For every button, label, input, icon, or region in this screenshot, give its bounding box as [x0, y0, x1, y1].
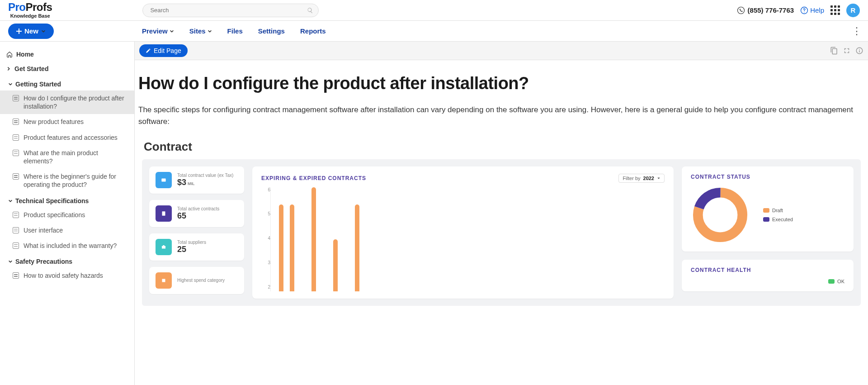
- document-icon: [156, 205, 172, 222]
- search-input[interactable]: [142, 4, 319, 17]
- brand-logo[interactable]: ProProfs Knowledge Base: [8, 2, 52, 19]
- home-icon: [6, 51, 13, 57]
- briefcase-icon: [156, 239, 172, 255]
- new-button[interactable]: New: [8, 24, 54, 39]
- legend-executed: Executed: [763, 217, 793, 222]
- chevron-down-icon: [208, 29, 212, 33]
- svg-rect-5: [161, 178, 165, 181]
- menu-settings[interactable]: Settings: [258, 27, 285, 35]
- doc-icon: [13, 173, 19, 180]
- chevron-down-icon: [657, 176, 660, 180]
- sidebar-item-elements[interactable]: What are the main product elements?: [0, 145, 134, 169]
- legend-ok: OK: [828, 279, 844, 284]
- tag-icon: [156, 272, 172, 289]
- chevron-down-icon: [41, 29, 46, 33]
- sidebar-section-getting-started[interactable]: Getting Started: [0, 76, 134, 90]
- sidebar-item-configure[interactable]: How do I configure the product after ins…: [0, 90, 134, 114]
- sidebar-item-specs[interactable]: Product specifications: [0, 207, 134, 223]
- edit-page-button[interactable]: Edit Page: [139, 44, 188, 57]
- doc-icon: [13, 95, 19, 101]
- sidebar-section-technical[interactable]: Technical Specifications: [0, 193, 134, 207]
- doc-icon: [13, 150, 19, 156]
- logo-profs: Profs: [26, 1, 52, 13]
- section-label: Safety Precautions: [15, 258, 72, 265]
- new-button-label: New: [24, 27, 38, 35]
- svg-rect-9: [162, 279, 165, 282]
- expiring-title: EXPIRING & EXPIRED CONTRACTS: [261, 175, 366, 181]
- svg-rect-4: [16, 31, 22, 32]
- chevron-down-icon: [8, 199, 13, 203]
- sidebar: Home Get Started Getting Started How do …: [0, 42, 135, 385]
- dollar-icon: [156, 172, 172, 188]
- svg-point-0: [737, 7, 744, 14]
- expand-icon[interactable]: [843, 47, 851, 55]
- doc-icon: [13, 242, 19, 249]
- status-title: CONTRACT STATUS: [691, 174, 844, 180]
- expiring-chart-card: EXPIRING & EXPIRED CONTRACTS Filter by 2…: [252, 166, 674, 299]
- stat-card-spend: Highest spend category: [149, 267, 244, 294]
- sidebar-item-hazards[interactable]: How to avoid safety hazards: [0, 268, 134, 283]
- stat-card-total-value: Total contract value (ex Tax)$3MIL: [149, 166, 244, 194]
- sidebar-item-features[interactable]: New product features: [0, 114, 134, 129]
- info-icon[interactable]: [855, 47, 863, 55]
- logo-pro: Pro: [8, 1, 26, 13]
- edit-page-label: Edit Page: [154, 47, 181, 54]
- filter-button[interactable]: Filter by 2022: [618, 174, 665, 183]
- legend-draft: Draft: [763, 208, 793, 213]
- sidebar-get-started-label: Get Started: [14, 65, 48, 72]
- doc-icon: [13, 227, 19, 233]
- help-icon: [800, 6, 808, 14]
- content-toolbar: Edit Page: [135, 42, 868, 60]
- dashboard-title: Contract: [142, 137, 861, 159]
- menu-preview[interactable]: Preview: [142, 27, 174, 35]
- logo-subtext: Knowledge Base: [10, 14, 50, 19]
- sidebar-item-warranty[interactable]: What is included in the warranty?: [0, 238, 134, 253]
- stat-card-suppliers: Total suppliers25: [149, 233, 244, 261]
- kebab-menu-icon[interactable]: ⋮: [849, 25, 864, 37]
- sidebar-section-safety[interactable]: Safety Precautions: [0, 253, 134, 268]
- chevron-right-icon: [6, 67, 11, 71]
- article: How do I configure the product after ins…: [135, 60, 868, 319]
- help-label: Help: [810, 6, 824, 14]
- sidebar-home-label: Home: [16, 51, 34, 58]
- stat-card-active: Total active contracts65: [149, 200, 244, 227]
- svg-rect-7: [162, 246, 165, 248]
- plus-icon: [16, 29, 22, 34]
- doc-icon: [13, 119, 19, 125]
- top-bar: ProProfs Knowledge Base (855) 776-7763 H…: [0, 0, 868, 21]
- section-label: Technical Specifications: [15, 197, 89, 204]
- section-label: Getting Started: [15, 81, 61, 88]
- chevron-down-icon: [8, 259, 13, 264]
- phone-icon: [737, 6, 745, 14]
- svg-rect-6: [162, 211, 165, 215]
- dashboard-image: Contract Total contract value (ex Tax)$3…: [138, 137, 864, 306]
- sidebar-item-accessories[interactable]: Product features and accessories: [0, 130, 134, 145]
- status-card: CONTRACT STATUS Draft Executed: [682, 166, 854, 252]
- status-donut-chart: [691, 185, 750, 244]
- help-link[interactable]: Help: [800, 6, 824, 14]
- secondary-bar: New Preview Sites Files Settings Reports…: [0, 21, 868, 42]
- page-title: How do I configure the product after ins…: [138, 74, 864, 93]
- health-card: CONTRACT HEALTH OK: [682, 260, 854, 291]
- article-body: The specific steps for configuring contr…: [138, 104, 864, 128]
- apps-menu-icon[interactable]: [830, 5, 840, 15]
- doc-icon: [13, 212, 19, 218]
- menu-bar: Preview Sites Files Settings Reports: [135, 27, 326, 35]
- menu-sites[interactable]: Sites: [189, 27, 212, 35]
- menu-reports[interactable]: Reports: [300, 27, 326, 35]
- doc-icon: [13, 134, 19, 141]
- bar-chart: 65432: [261, 187, 665, 291]
- avatar[interactable]: R: [846, 4, 860, 17]
- phone-link[interactable]: (855) 776-7763: [737, 6, 794, 14]
- content-area: Edit Page How do I configure the product…: [135, 42, 868, 385]
- copy-icon[interactable]: [830, 47, 838, 55]
- sidebar-get-started[interactable]: Get Started: [0, 62, 134, 76]
- sidebar-item-ui[interactable]: User interface: [0, 223, 134, 238]
- menu-files[interactable]: Files: [227, 27, 243, 35]
- sidebar-item-beginners[interactable]: Where is the beginner's guide for operat…: [0, 169, 134, 192]
- chevron-down-icon: [170, 29, 174, 33]
- pencil-icon: [146, 48, 151, 53]
- search-icon: [307, 7, 313, 14]
- health-title: CONTRACT HEALTH: [691, 267, 844, 273]
- sidebar-home[interactable]: Home: [0, 47, 134, 62]
